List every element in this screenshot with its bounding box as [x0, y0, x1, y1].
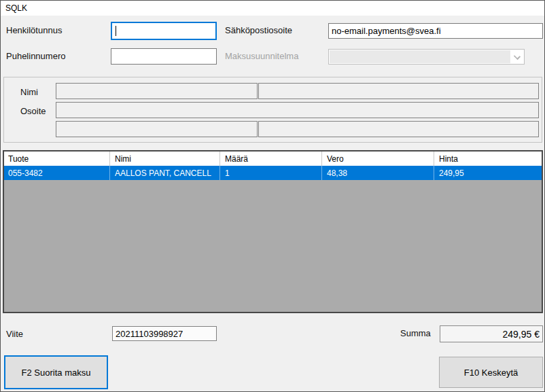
- column-header-tuote[interactable]: Tuote: [4, 152, 110, 166]
- maksusuunnitelma-value: [330, 50, 510, 63]
- dialog-window: SQLK Henkilötunnus Sähköpostiosoite no-e…: [0, 0, 545, 392]
- viite-label: Viite: [6, 329, 23, 339]
- summa-label: Summa: [400, 328, 431, 338]
- osoite-input-2: [56, 121, 258, 137]
- viite-value: 20211103998927: [116, 329, 183, 339]
- viite-field[interactable]: 20211103998927: [112, 326, 217, 341]
- column-header-maara[interactable]: Määrä: [220, 152, 322, 166]
- puhelinnumero-input[interactable]: [111, 48, 217, 65]
- submit-payment-button[interactable]: F2 Suorita maksu: [4, 355, 108, 389]
- chevron-down-icon: [514, 53, 521, 60]
- nimi-label: Nimi: [20, 87, 38, 97]
- henkilotunnus-label: Henkilötunnus: [6, 25, 62, 35]
- cell-tuote: 055-3482: [4, 166, 110, 180]
- table-row-selected[interactable]: 055-3482 AALLOS PANT, CANCELL 1 48,38 24…: [4, 166, 542, 180]
- maksusuunnitelma-label: Maksusuunnitelma: [225, 51, 298, 61]
- product-table: Tuote Nimi Määrä Vero Hinta 055-3482 AAL…: [3, 150, 543, 313]
- cancel-button[interactable]: F10 Keskeytä: [439, 357, 543, 388]
- sahkopostiosoite-value: no-email.payments@svea.fi: [332, 26, 441, 36]
- window-title: SQLK: [5, 3, 27, 13]
- cell-maara: 1: [220, 166, 322, 180]
- address-panel: Nimi Osoite: [3, 77, 542, 143]
- maksusuunnitelma-select[interactable]: [328, 49, 525, 65]
- column-header-hinta[interactable]: Hinta: [434, 152, 542, 166]
- text-caret: [116, 26, 116, 36]
- column-header-vero[interactable]: Vero: [322, 152, 434, 166]
- table-header-row: Tuote Nimi Määrä Vero Hinta: [4, 152, 542, 166]
- title-bar: SQLK: [1, 1, 544, 16]
- nimi-input-1: [56, 83, 258, 99]
- osoite-label: Osoite: [20, 106, 46, 116]
- osoite-input-3: [258, 121, 539, 137]
- sahkopostiosoite-label: Sähköpostiosoite: [225, 25, 292, 35]
- cell-vero: 48,38: [322, 166, 434, 180]
- sahkopostiosoite-input[interactable]: no-email.payments@svea.fi: [328, 23, 543, 39]
- osoite-input-1: [56, 102, 539, 118]
- summa-field: 249,95 €: [440, 325, 543, 342]
- cell-nimi: AALLOS PANT, CANCELL: [110, 166, 220, 180]
- summa-value: 249,95 €: [503, 329, 540, 340]
- puhelinnumero-label: Puhelinnumero: [6, 51, 65, 61]
- table-empty-area: [4, 180, 542, 312]
- column-header-nimi[interactable]: Nimi: [110, 152, 220, 166]
- cell-hinta: 249,95: [434, 166, 542, 180]
- henkilotunnus-input[interactable]: [111, 22, 217, 40]
- nimi-input-2: [258, 83, 539, 99]
